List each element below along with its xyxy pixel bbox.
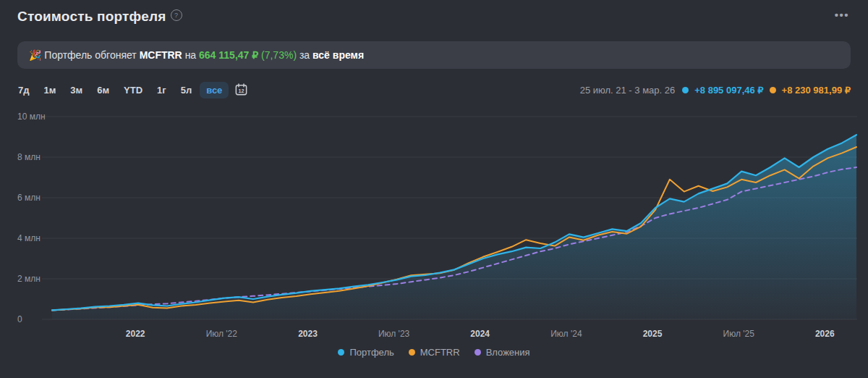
benchmark-dot-icon (770, 87, 776, 93)
x-axis-label: 2026 (815, 329, 835, 339)
x-axis-label: 2022 (126, 329, 145, 339)
x-axis-label: Июл '23 (378, 329, 410, 339)
portfolio-chart[interactable]: 02 млн4 млн6 млн8 млн10 млн2022Июл '2220… (0, 104, 868, 344)
banner-text-prefix: Портфель обгоняет (44, 49, 136, 61)
banner-benchmark-name: MCFTRR (140, 49, 182, 61)
y-axis-label: 6 млн (17, 193, 41, 203)
range-5y[interactable]: 5л (174, 82, 199, 98)
legend-invested-label: Вложения (486, 347, 530, 358)
x-axis-label: Июл '24 (550, 329, 582, 339)
chart-legend: Портфель MCFTRR Вложения (17, 347, 851, 358)
x-axis-label: Июл '22 (206, 329, 238, 339)
legend-portfolio-label: Портфель (349, 347, 393, 358)
more-menu-icon[interactable]: ••• (833, 9, 851, 22)
range-7d[interactable]: 7д (12, 82, 35, 98)
y-axis-label: 8 млн (17, 152, 41, 162)
banner-text-suffix: за (299, 49, 310, 61)
portfolio-value-panel: Стоимость портфеля ? ••• 🎉 Портфель обго… (0, 0, 868, 358)
calendar-icon[interactable]: 12 (230, 81, 251, 98)
y-axis-label: 0 (17, 314, 22, 324)
y-axis-label: 2 млн (17, 274, 41, 284)
page-title: Стоимость портфеля (17, 9, 166, 25)
legend-mcftrr[interactable]: MCFTRR (409, 347, 460, 358)
range-6m[interactable]: 6м (90, 82, 116, 98)
period-stats: 25 июл. 21 - 3 мар. 26 +8 895 097,46 ₽ +… (580, 85, 851, 96)
svg-text:12: 12 (239, 88, 244, 94)
y-axis-label: 10 млн (17, 112, 46, 122)
portfolio-area-fill (52, 135, 856, 319)
x-axis-label: 2025 (643, 329, 663, 339)
range-1y[interactable]: 1г (150, 82, 173, 98)
outperformance-banner: 🎉 Портфель обгоняет MCFTRR на 664 115,47… (17, 41, 851, 69)
x-axis-label: 2023 (298, 329, 318, 339)
legend-portfolio[interactable]: Портфель (338, 347, 393, 358)
portfolio-dot-icon (682, 87, 689, 93)
chart-area: 02 млн4 млн6 млн8 млн10 млн2022Июл '2220… (0, 104, 868, 347)
range-ytd[interactable]: YTD (117, 82, 149, 98)
help-icon[interactable]: ? (171, 9, 182, 21)
benchmark-gain-value: +8 230 981,99 ₽ (782, 85, 851, 96)
date-range-label: 25 июл. 21 - 3 мар. 26 (580, 85, 676, 96)
banner-text-mid: на (185, 49, 197, 61)
portfolio-gain-value: +8 895 097,46 ₽ (694, 85, 763, 96)
x-axis-label: Июл '25 (723, 329, 755, 339)
party-popper-icon: 🎉 (29, 49, 41, 61)
legend-mcftrr-dot-icon (409, 349, 415, 356)
legend-mcftrr-label: MCFTRR (420, 347, 460, 358)
chart-controls: 7д 1м 3м 6м YTD 1г 5л все 12 25 июл. 21 … (17, 80, 851, 99)
banner-period: всё время (312, 49, 364, 61)
range-3m[interactable]: 3м (64, 82, 89, 98)
banner-percent: (7,73%) (261, 49, 297, 61)
banner-amount: 664 115,47 ₽ (199, 49, 258, 61)
legend-invested-dot-icon (475, 349, 481, 356)
range-all[interactable]: все (200, 82, 229, 98)
x-axis-label: 2024 (470, 329, 490, 339)
panel-header: Стоимость портфеля ? ••• (17, 9, 851, 30)
range-1m[interactable]: 1м (37, 82, 62, 98)
legend-portfolio-dot-icon (338, 349, 344, 356)
y-axis-label: 4 млн (17, 233, 41, 243)
legend-invested[interactable]: Вложения (475, 347, 530, 358)
range-selector: 7д 1м 3м 6м YTD 1г 5л все 12 (12, 81, 251, 98)
